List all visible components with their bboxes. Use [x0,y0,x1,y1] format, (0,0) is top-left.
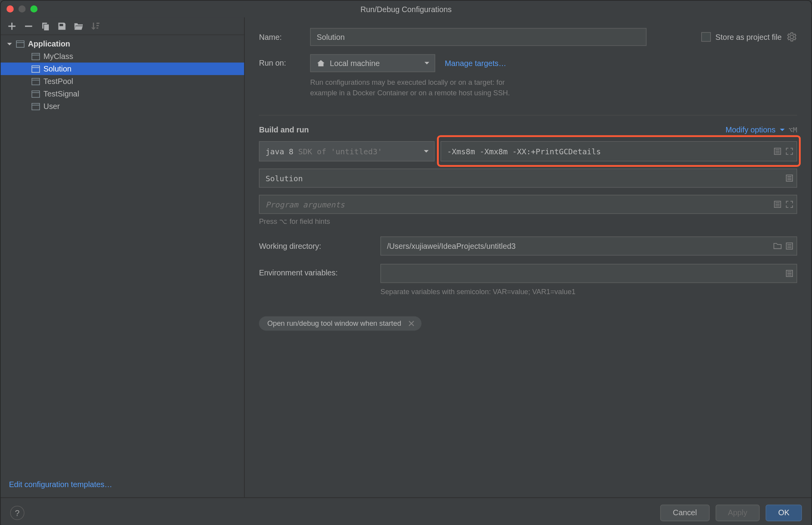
help-button[interactable]: ? [10,505,25,520]
application-icon [32,78,40,85]
tree-item-myclass[interactable]: MyClass [1,50,244,62]
env-help-text: Separate variables with semicolon: VAR=v… [380,287,797,297]
edit-templates-link[interactable]: Edit configuration templates… [9,480,112,489]
tree-item-label: TestPool [43,77,73,86]
manage-targets-link[interactable]: Manage targets… [445,59,506,68]
field-hints-text: Press ⌥ for field hints [259,218,797,226]
tree-item-solution[interactable]: Solution [1,62,244,75]
vm-options-input[interactable] [441,141,797,161]
chevron-down-icon [423,147,429,156]
modify-options-shortcut: ⌥M [789,125,797,134]
minimize-window-button [18,5,25,12]
cancel-button[interactable]: Cancel [661,504,710,521]
list-icon[interactable] [773,147,782,155]
copy-icon[interactable] [40,21,50,31]
expand-icon[interactable] [785,200,793,208]
maximize-window-button[interactable] [30,5,37,12]
store-as-file-checkbox[interactable] [701,32,710,41]
folder-icon[interactable] [773,242,782,250]
env-variables-input[interactable] [380,264,797,283]
jdk-hint: SDK of 'untitled3' [298,147,382,156]
chip-label: Open run/debug tool window when started [267,319,401,327]
titlebar: Run/Debug Configurations [1,1,812,18]
run-on-help: Run configurations may be executed local… [310,77,510,98]
bottom-bar: ? Cancel Apply OK [1,497,812,525]
home-icon [317,59,325,67]
ok-button[interactable]: OK [766,504,802,521]
apply-button: Apply [716,504,760,521]
add-icon[interactable] [7,21,17,31]
application-icon [32,53,40,60]
application-icon [32,90,40,97]
save-icon[interactable] [57,21,67,31]
sidebar: Application MyClass Solution TestPool Te… [1,17,245,497]
chevron-down-icon [7,41,12,46]
expand-icon[interactable] [785,147,793,155]
main-class-input[interactable] [259,169,797,188]
tree-item-testpool[interactable]: TestPool [1,75,244,88]
program-arguments-input[interactable] [259,195,797,214]
modify-options-link[interactable]: Modify options ⌥M [726,125,797,134]
configuration-tree: Application MyClass Solution TestPool Te… [1,35,244,474]
content-pane: Name: Store as project file Run on: Loca… [245,17,812,497]
working-dir-label: Working directory: [259,241,372,250]
window-title: Run/Debug Configurations [360,4,452,13]
store-as-file-label: Store as project file [716,32,782,41]
tree-item-user[interactable]: User [1,100,244,112]
tree-category-label: Application [28,39,70,48]
close-window-button[interactable] [7,5,14,12]
run-target-select[interactable]: Local machine [310,54,435,72]
jdk-select[interactable]: java 8 SDK of 'untitled3' [259,141,434,161]
run-target-value: Local machine [330,59,380,68]
remove-icon[interactable] [23,21,34,31]
tree-item-label: User [43,102,60,111]
tree-item-label: Solution [43,64,71,73]
chevron-down-icon [779,127,785,132]
list-icon[interactable] [773,200,782,208]
gear-icon[interactable] [787,32,797,42]
application-icon [32,103,40,110]
close-icon[interactable] [407,319,415,327]
sort-icon[interactable] [90,21,100,31]
chevron-down-icon [424,59,430,68]
name-input[interactable] [310,28,647,46]
tree-item-testsignal[interactable]: TestSignal [1,88,244,100]
build-run-title: Build and run [259,125,309,134]
working-dir-input[interactable] [380,236,797,255]
list-icon[interactable] [785,269,793,277]
name-label: Name: [259,32,302,41]
application-icon [32,65,40,72]
tree-item-label: MyClass [43,52,73,61]
list-icon[interactable] [785,174,793,182]
list-icon[interactable] [785,242,793,250]
jdk-value: java 8 [265,147,294,156]
tree-category-application[interactable]: Application [1,38,244,50]
run-on-label: Run on: [259,54,302,72]
folder-open-icon[interactable] [73,21,84,31]
tool-window-chip: Open run/debug tool window when started [259,316,421,331]
application-icon [16,40,24,47]
env-label: Environment variables: [259,264,372,282]
sidebar-toolbar [1,17,244,35]
tree-item-label: TestSignal [43,89,79,98]
